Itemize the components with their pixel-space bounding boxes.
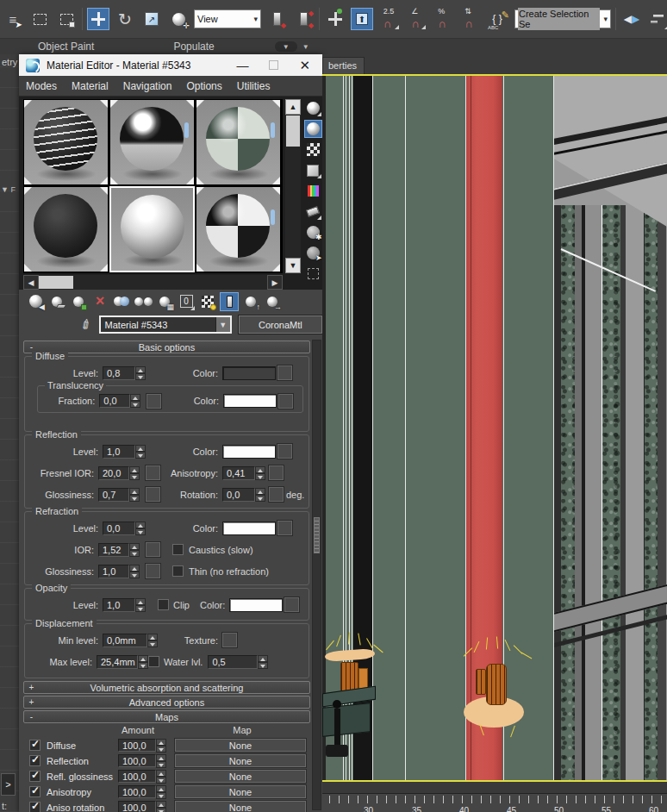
scrollbar-thumb[interactable] — [314, 517, 320, 553]
spinner-snap-toggle-button[interactable]: ⇅∩ — [458, 8, 480, 30]
use-pivot-point-center-icon[interactable]: ◆ — [265, 8, 288, 30]
displacement-max-field[interactable]: 25,4mm — [97, 655, 138, 669]
select-object-icon[interactable]: ≡➤ — [2, 8, 24, 30]
dropdown-arrow-icon[interactable]: ▼ — [215, 317, 230, 332]
backlight-icon[interactable] — [304, 120, 322, 138]
put-to-library-button[interactable]: ▦ — [155, 292, 174, 311]
angle-snap-toggle-button[interactable]: ∠∩ — [404, 8, 427, 30]
refl-glossiness-map-checkbox[interactable] — [29, 771, 41, 782]
material-editor-titlebar[interactable]: Material Editor - Material #5343 — ✕ — [19, 54, 322, 76]
expand-icon[interactable]: + — [27, 683, 36, 692]
go-to-parent-button[interactable]: ↑ — [241, 292, 260, 311]
put-material-to-scene-button[interactable] — [47, 292, 66, 311]
scrollbar-thumb[interactable] — [39, 276, 73, 289]
make-preview-icon[interactable] — [304, 203, 322, 221]
sample-type-icon[interactable] — [304, 99, 322, 117]
options-icon[interactable]: ✱ — [304, 223, 322, 241]
menu-modes[interactable]: Modes — [26, 80, 57, 92]
percent-snap-toggle-button[interactable]: %∩ — [431, 8, 453, 30]
go-forward-to-sibling-button[interactable]: → — [263, 292, 282, 311]
select-and-place-button[interactable]: ✛ — [167, 8, 190, 30]
diffuse-level-field[interactable]: 0,8 — [103, 366, 135, 380]
refraction-color-swatch[interactable] — [222, 522, 276, 535]
translucency-fraction-map-button[interactable] — [146, 394, 161, 409]
diffuse-level-spinner[interactable] — [135, 366, 146, 380]
ribbon-minimize-button[interactable]: ▼ — [275, 41, 297, 52]
panel-tab-fragment[interactable]: berties — [322, 57, 365, 74]
named-selection-set-combo[interactable]: Create Selection Se▾ — [514, 9, 611, 28]
reflection-map-button[interactable]: None — [175, 754, 306, 767]
refraction-level-field[interactable]: 0,0 — [103, 522, 135, 535]
select-and-scale-button[interactable]: ↗ — [140, 8, 163, 30]
translucency-fraction-field[interactable]: 0,0 — [99, 394, 130, 408]
diffuse-color-swatch[interactable] — [222, 366, 276, 380]
fresnel-ior-field[interactable]: 20,0 — [98, 466, 129, 480]
keyboard-shortcut-override-button[interactable]: ⬆ — [351, 8, 373, 30]
diffuse-map-button[interactable]: None — [175, 739, 306, 752]
reset-map-button[interactable]: × — [90, 292, 109, 311]
reference-coordinate-dropdown[interactable]: View▾ — [194, 9, 261, 28]
show-end-result-button[interactable] — [220, 292, 239, 311]
refraction-glossiness-spinner[interactable] — [129, 565, 140, 578]
rollout-advanced-options[interactable]: + Advanced options — [23, 696, 310, 709]
minimize-button[interactable]: — — [236, 61, 248, 70]
material-id-channel-button[interactable]: 0 — [177, 292, 196, 311]
refl-glossiness-map-amount-spinner[interactable] — [156, 770, 166, 784]
sample-slot-matte-black[interactable] — [23, 186, 109, 272]
material-name-dropdown[interactable]: Material #5343 ▼ — [99, 315, 232, 334]
sample-horizontal-scrollbar[interactable]: ◀ ▶ — [23, 275, 283, 290]
select-by-material-icon[interactable]: ➤ — [304, 244, 322, 262]
scroll-down-button[interactable]: ▼ — [285, 258, 301, 273]
anisotropy-map-checkbox[interactable] — [29, 786, 41, 797]
rollout-maps[interactable]: - Maps — [23, 710, 310, 723]
pendant-lamp-small[interactable] — [476, 669, 486, 695]
refraction-ior-spinner[interactable] — [129, 543, 140, 557]
assign-material-to-selection-button[interactable] — [69, 292, 88, 311]
refl-glossiness-map-button[interactable]: None — [175, 770, 306, 783]
scroll-right-button[interactable]: ▶ — [267, 275, 283, 290]
snap-toggle-25-button[interactable]: 2.5∩ — [377, 8, 400, 30]
refraction-glossiness-field[interactable]: 1,0 — [98, 565, 129, 578]
select-and-move-button[interactable] — [87, 8, 109, 30]
fresnel-ior-map-button[interactable] — [146, 465, 160, 480]
viewport-canvas[interactable] — [322, 76, 667, 780]
diffuse-map-checkbox[interactable] — [29, 740, 41, 751]
scroll-left-button[interactable]: ◀ — [23, 275, 39, 290]
reflection-map-checkbox[interactable] — [29, 755, 41, 766]
menu-navigation[interactable]: Navigation — [123, 80, 172, 92]
anisotropy-field[interactable]: 0,41 — [222, 466, 255, 480]
water-level-field[interactable]: 0,5 — [208, 655, 258, 669]
displacement-min-field[interactable]: 0,0mm — [103, 634, 147, 647]
expand-icon[interactable]: + — [27, 697, 36, 707]
rollout-volumetric[interactable]: + Volumetric absorption and scattering — [23, 681, 310, 694]
aniso-rotation-map-amount-field[interactable]: 100,0 — [118, 801, 156, 812]
diffuse-map-amount-spinner[interactable] — [156, 739, 166, 753]
water-level-spinner[interactable] — [258, 655, 268, 669]
refraction-ior-field[interactable]: 1,52 — [98, 543, 129, 557]
reflection-color-swatch[interactable] — [222, 445, 276, 459]
sample-slot-striped[interactable] — [23, 99, 109, 185]
refl-glossiness-map-amount-field[interactable]: 100,0 — [118, 770, 156, 783]
use-selection-center-icon[interactable]: ◆◆ — [292, 8, 315, 30]
refraction-color-map-button[interactable] — [277, 521, 292, 535]
anisotropy-map-button[interactable] — [269, 465, 284, 480]
reflection-map-amount-spinner[interactable] — [156, 754, 166, 768]
make-material-copy-button[interactable] — [112, 292, 131, 311]
opacity-color-swatch[interactable] — [229, 598, 283, 612]
sample-slot-checker-green[interactable] — [196, 99, 281, 185]
diffuse-map-amount-field[interactable]: 100,0 — [118, 739, 156, 752]
pick-material-eyedropper-icon[interactable]: ✐ — [78, 315, 96, 334]
reflection-color-map-button[interactable] — [277, 444, 292, 459]
fresnel-ior-spinner[interactable] — [129, 466, 140, 480]
ribbon-flyout-caret-icon[interactable]: ▼ — [302, 43, 309, 51]
sample-slot-checker-bw[interactable] — [196, 186, 281, 272]
anisotropy-map-amount-spinner[interactable] — [156, 785, 166, 799]
rotation-map-button[interactable] — [269, 487, 284, 502]
edit-named-selection-sets-button[interactable]: { }✎ABC — [484, 8, 510, 30]
aniso-rotation-map-amount-spinner[interactable] — [156, 801, 166, 812]
ribbon-tab-object-paint[interactable]: Object Paint — [38, 41, 94, 53]
get-material-button[interactable]: ◀ — [26, 292, 45, 311]
sample-vertical-scrollbar[interactable]: ▲ ▼ — [285, 99, 301, 273]
track-bar[interactable]: 30 35 40 45 50 55 60 — [322, 782, 667, 812]
sample-slot-active-metal[interactable] — [109, 186, 195, 272]
